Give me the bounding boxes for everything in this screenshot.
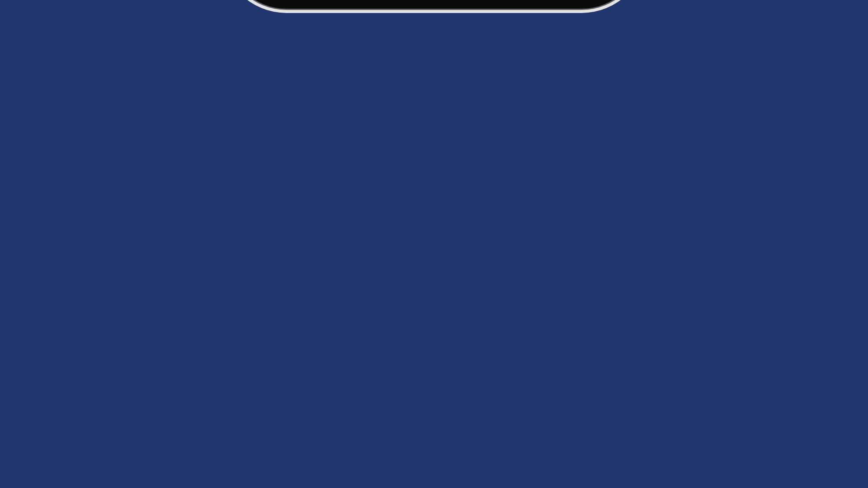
stage: Sign In [0,0,868,488]
phone-frame: Sign In [226,0,642,9]
